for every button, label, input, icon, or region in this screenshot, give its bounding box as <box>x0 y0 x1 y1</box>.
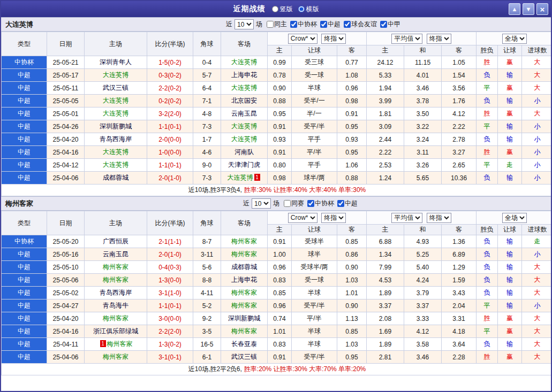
summary-rates: 胜率:30% 让胜率:40% 大率:40% 单率:30% <box>244 186 366 194</box>
asia-home-odds: 0.80 <box>268 159 292 172</box>
goals-total: 大 <box>522 274 552 287</box>
league-filter[interactable]: 中甲 <box>380 20 400 29</box>
layout-option-label: 竖版 <box>280 5 293 14</box>
match-date: 25-04-20 <box>47 312 85 325</box>
match-count-select[interactable]: 10 <box>252 198 271 209</box>
handicap-line: 受球半 <box>292 235 337 248</box>
handicap-line: 平手 <box>292 133 337 146</box>
league-filter-checkbox[interactable] <box>380 21 387 28</box>
team-name: 深圳新鹏城 <box>228 314 260 322</box>
col-header-corners: 角球 <box>193 32 221 56</box>
league-filter-checkbox[interactable] <box>320 21 327 28</box>
league-filter-checkbox[interactable] <box>344 21 351 28</box>
league-filter[interactable]: 球会友谊 <box>344 20 377 29</box>
move-down-button[interactable]: ▼ <box>523 3 534 15</box>
eu-home-odds: 1.89 <box>367 338 404 351</box>
team-name: 青岛海牛 <box>103 302 128 309</box>
league-filter-checkbox[interactable] <box>337 200 344 207</box>
eu-draw-odds: 3.26 <box>404 159 442 172</box>
corner-score: 9-0 <box>193 159 221 172</box>
layout-radio-group: 竖版横版 <box>272 5 319 14</box>
layout-option-1[interactable]: 竖版 <box>272 5 293 14</box>
asia-home-odds: 0.93 <box>268 133 292 146</box>
team-name: 北京国安 <box>231 97 257 104</box>
team-section-header-1: 大连英博 近 10 场 同主中协杯中超球会友谊中甲 <box>1 17 551 32</box>
team-name: 武汉三镇 <box>231 353 257 360</box>
match-date: 25-04-20 <box>47 133 85 146</box>
match-result: 负 <box>477 274 498 287</box>
handicap-line: 平/半 <box>292 146 337 159</box>
team-name: 大连英博 <box>103 148 128 156</box>
handicap-result: 输 <box>498 133 522 146</box>
asia-away-odds: 0.95 <box>337 351 367 364</box>
eu-draw-odds: 3.58 <box>404 338 442 351</box>
league-filter-checkbox[interactable] <box>284 200 291 207</box>
league-filter[interactable]: 同赛 <box>284 199 304 208</box>
asia-odds-selectors: Crow* 终指 <box>268 32 367 45</box>
match-type: 中超 <box>2 133 47 146</box>
europe-time-select[interactable]: 终指 <box>427 34 451 44</box>
layout-option-2[interactable]: 横版 <box>298 5 319 14</box>
goals-total: 走 <box>522 235 552 248</box>
match-type: 中超 <box>2 248 47 261</box>
team-name: 大连英博 <box>103 97 128 104</box>
league-filter-list: 同主中协杯中超球会友谊中甲 <box>264 20 400 29</box>
goals-total: 小 <box>522 248 552 261</box>
title-group: 近期战绩 竖版横版 <box>233 4 319 14</box>
league-filter[interactable]: 同主 <box>267 20 287 29</box>
asia-time-select[interactable]: 终指 <box>321 34 346 44</box>
league-filter[interactable]: 中超 <box>320 20 341 29</box>
col-header-type: 类型 <box>2 211 47 235</box>
match-result: 负 <box>477 338 498 351</box>
move-up-button[interactable]: ▲ <box>509 3 520 15</box>
scope-select[interactable]: 全场 <box>502 213 527 223</box>
home-team-cell: 浙江俱乐部绿城 <box>85 325 147 338</box>
league-filter-checkbox[interactable] <box>290 21 297 28</box>
corner-score: 3-5 <box>193 325 221 338</box>
asia-source-select[interactable]: Crow* <box>288 34 317 44</box>
goals-total: 大 <box>522 69 552 82</box>
corner-score: 9-2 <box>193 312 221 325</box>
layout-radio[interactable] <box>298 6 305 12</box>
match-row: 中超25-05-16云南玉昆2-0(1-0)3-11梅州客家1.00球半0.86… <box>2 248 552 261</box>
match-result: 平 <box>477 82 498 95</box>
games-label: 场 <box>273 199 279 208</box>
handicap-line: 受平/半 <box>292 299 337 312</box>
team-name: 大连英博 <box>231 84 257 91</box>
scope-select[interactable]: 全场 <box>502 34 527 44</box>
match-row: 中超25-05-02青岛西海岸3-1(1-0)4-11梅州客家0.85半球1.0… <box>2 287 552 299</box>
col-header-result: 胜负 <box>477 45 498 56</box>
match-type: 中超 <box>2 274 47 287</box>
league-filter[interactable]: 中协杯 <box>290 20 317 29</box>
match-type: 中协杯 <box>2 235 47 248</box>
eu-away-odds: 1.05 <box>442 56 477 69</box>
eu-draw-odds: 3.46 <box>404 351 442 364</box>
match-result: 胜 <box>477 351 498 364</box>
asia-source-select[interactable]: Crow* <box>288 213 317 223</box>
close-button[interactable]: × <box>536 3 548 15</box>
corner-score: 4-6 <box>193 146 221 159</box>
home-team-cell: 梅州客家 <box>85 351 147 364</box>
match-count-select[interactable]: 10 <box>235 19 254 29</box>
europe-source-select[interactable]: 平均值 <box>391 213 422 223</box>
match-type: 中超 <box>2 146 47 159</box>
match-type: 中超 <box>2 338 47 351</box>
eu-draw-odds: 3.78 <box>404 95 442 107</box>
handicap-line: 球半/两 <box>292 172 337 185</box>
col-header-handicap-result: 让球 <box>498 225 522 235</box>
eu-home-odds: 3.99 <box>367 95 404 107</box>
league-filter-label: 中超 <box>345 199 358 208</box>
layout-radio[interactable] <box>272 6 278 12</box>
league-filter-checkbox[interactable] <box>267 21 274 28</box>
goals-total: 小 <box>522 133 552 146</box>
europe-odds-selectors: 平均值 终指 <box>367 32 477 45</box>
asia-time-select[interactable]: 终指 <box>321 213 346 223</box>
league-filter-checkbox[interactable] <box>307 200 314 207</box>
europe-time-select[interactable]: 终指 <box>427 213 451 223</box>
europe-source-select[interactable]: 平均值 <box>391 34 422 44</box>
league-filter[interactable]: 中协杯 <box>307 199 334 208</box>
league-filter[interactable]: 中超 <box>337 199 358 208</box>
home-team-cell: 武汉三镇 <box>85 82 147 95</box>
summary-record: 近10场,胜2平2负6, <box>188 365 242 373</box>
team-name: 深圳青年人 <box>100 58 132 66</box>
